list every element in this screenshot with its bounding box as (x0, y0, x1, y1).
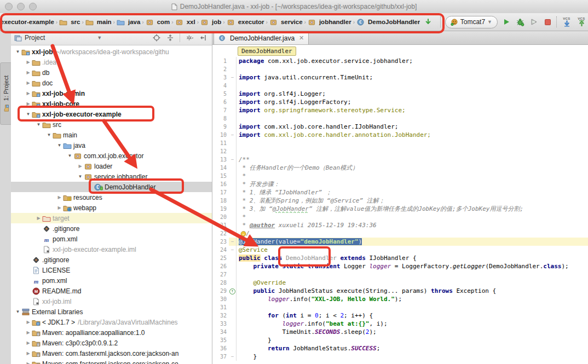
chevron-expanded-icon[interactable]: ▼ (14, 49, 21, 54)
tree-item-xxl-job-iml[interactable]: xxl-job.iml (11, 296, 212, 307)
tree-item-xxl-job-core[interactable]: ▶xxl-job-core (11, 99, 212, 109)
chevron-expanded-icon[interactable]: ▼ (14, 309, 21, 314)
code-line-14[interactable]: 14 * 任务Handler的一个Demo（Bean模式） (212, 164, 588, 172)
run-configuration-select[interactable]: Tomcat7 ▼ (445, 16, 498, 28)
breadcrumb-item-main[interactable]: main (85, 19, 112, 26)
fold-marker-icon[interactable]: − (229, 131, 237, 139)
settings-gear-button[interactable] (184, 32, 195, 43)
tree-item-gitignore[interactable]: .gitignore (11, 255, 212, 265)
chevron-expanded-icon[interactable]: ▼ (25, 112, 32, 117)
fold-marker-icon[interactable]: − (229, 246, 237, 254)
tree-item-pom-xml[interactable]: mpom.xml (11, 234, 212, 244)
code-line-21[interactable]: 21 * @author xuxueli 2015-12-19 19:43:36 (212, 221, 588, 229)
vcs-commit-button[interactable]: VCS (576, 17, 587, 27)
chevron-collapsed-icon[interactable]: ▶ (25, 330, 32, 335)
intention-bulb-icon[interactable] (240, 230, 247, 238)
breadcrumb-item-executor[interactable]: executor (227, 19, 264, 26)
code-line-15[interactable]: 15 * (212, 172, 588, 180)
chevron-collapsed-icon[interactable]: ▶ (25, 60, 32, 65)
stop-button[interactable] (543, 17, 552, 27)
tree-item-service-jobhandler[interactable]: ▼service.jobhandler (11, 171, 212, 182)
code-line-17[interactable]: 17 * 1、继承 “IJobHandler” ； (212, 188, 588, 197)
breadcrumb-item-job[interactable]: job (200, 19, 221, 26)
tree-item-gitignore[interactable]: .gitignore (11, 223, 212, 234)
chevron-down-icon[interactable]: ▼ (97, 35, 102, 41)
run-with-coverage-button[interactable] (529, 17, 539, 27)
run-button[interactable] (501, 17, 511, 27)
code-line-22[interactable]: 22 */ (212, 229, 588, 238)
code-line-16[interactable]: 16 * 开发步骤： (212, 180, 588, 188)
chevron-collapsed-icon[interactable]: ▶ (25, 70, 32, 75)
tree-item-license[interactable]: LICENSE (11, 265, 212, 275)
code-line-29[interactable]: 29↑ public JobHandleStatus execute(Strin… (212, 287, 588, 295)
code-line-34[interactable]: 34 TimeUnit.SECONDS.sleep(2); (212, 328, 588, 336)
locate-file-button[interactable] (151, 32, 162, 43)
tree-item-maven-aopalliance-aopalliance-1-0[interactable]: ▶Maven: aopalliance:aopalliance:1.0 (11, 327, 212, 338)
chevron-expanded-icon[interactable]: ▼ (35, 122, 42, 127)
tree-item-xxl-job[interactable]: ▼xxl-job~/workspaces/idea-git-workspace/… (11, 47, 212, 57)
code-line-3[interactable]: 3−import java.util.concurrent.TimeUnit; (212, 73, 588, 82)
breadcrumb-item-src[interactable]: src (59, 19, 80, 26)
code-line-28[interactable]: 28 @Override (212, 279, 588, 287)
tree-item-maven-com-fasterxml-jackson-core-jackson-co[interactable]: ▶Maven: com.fasterxml.jackson.core:jacks… (11, 359, 212, 364)
chevron-collapsed-icon[interactable]: ▶ (25, 361, 32, 364)
hide-panel-button[interactable] (198, 32, 209, 43)
chevron-expanded-icon[interactable]: ▼ (66, 153, 73, 158)
code-line-31[interactable]: 31 (212, 303, 588, 311)
tree-item-pom-xml[interactable]: mpom.xml (11, 275, 212, 286)
editor-tab-demojobhandler[interactable]: C DemoJobHandler.java ✕ (214, 31, 309, 44)
fold-marker-icon[interactable]: − (229, 353, 237, 361)
breadcrumb-item-demojobhandler[interactable]: CDemoJobHandler (356, 19, 420, 26)
code-line-35[interactable]: 35 } (212, 336, 588, 344)
code-line-6[interactable]: 6import org.slf4j.LoggerFactory; (212, 98, 588, 106)
breadcrumb-item-service[interactable]: service (269, 19, 303, 26)
tree-item-target[interactable]: ▶target (11, 213, 212, 223)
code-line-20[interactable]: 20 * (212, 213, 588, 221)
tree-item-db[interactable]: ▶db (11, 67, 212, 78)
code-line-32[interactable]: 32 for (int i = 0; i < 2; i++) { (212, 311, 588, 320)
code-line-10[interactable]: 10−import com.xxl.job.core.handler.annot… (212, 131, 588, 139)
breadcrumb-item-jobhandler[interactable]: jobhandler (308, 19, 351, 26)
tree-item-maven-com-fasterxml-jackson-core-jackson-an[interactable]: ▶Maven: com.fasterxml.jackson.core:jacks… (11, 348, 212, 359)
tree-item-com-xxl-job-executor[interactable]: ▼com.xxl.job.executor (11, 151, 212, 161)
code-line-27[interactable]: 27 (212, 270, 588, 279)
chevron-collapsed-icon[interactable]: ▶ (25, 80, 32, 85)
override-method-icon[interactable]: ↑ (229, 287, 237, 295)
project-tool-window-tab[interactable]: 1: Project (0, 62, 12, 125)
vcs-update-button[interactable]: VCS (561, 17, 572, 27)
code-line-13[interactable]: 13−/** (212, 155, 588, 164)
code-line-8[interactable]: 8 (212, 114, 588, 123)
chevron-collapsed-icon[interactable]: ▶ (25, 320, 32, 325)
code-line-23[interactable]: 23−@JobHander(value="demoJobHandler") (212, 238, 588, 246)
tree-item-src[interactable]: ▼src (11, 119, 212, 130)
code-line-26[interactable]: 26 private static transient Logger logge… (212, 262, 588, 270)
close-tab-icon[interactable]: ✕ (299, 34, 304, 42)
tree-item-demojobhandler[interactable]: CDemoJobHandler (11, 182, 212, 192)
breadcrumb-item-com[interactable]: com (146, 19, 170, 26)
tree-item-webapp[interactable]: ▶webapp (11, 203, 212, 213)
chevron-collapsed-icon[interactable]: ▶ (25, 351, 32, 356)
code-line-2[interactable]: 2 (212, 65, 588, 73)
code-line-11[interactable]: 11 (212, 139, 588, 147)
tree-item-xxl-job-admin[interactable]: ▶xxl-job-admin (11, 88, 212, 99)
code-line-18[interactable]: 18 * 2、装配到Spring，例如加 “@Service” 注解； (212, 197, 588, 205)
tree-item-xxl-job-executor-example-iml[interactable]: xxl-job-executor-example.iml (11, 244, 212, 255)
tree-item-loader[interactable]: ▶loader (11, 161, 212, 171)
editor-breadcrumb-chip[interactable]: DemoJobHandler (238, 47, 296, 56)
tree-item-java[interactable]: ▼java (11, 140, 212, 151)
chevron-expanded-icon[interactable]: ▼ (77, 174, 84, 179)
chevron-collapsed-icon[interactable]: ▶ (56, 205, 63, 210)
tree-item-external-libraries[interactable]: ▼External Libraries (11, 307, 212, 317)
breadcrumb-item-xxl[interactable]: xxl (175, 19, 195, 26)
fold-marker-icon[interactable]: − (229, 155, 237, 164)
chevron-collapsed-icon[interactable]: ▶ (25, 340, 32, 345)
tree-item-main[interactable]: ▼main (11, 130, 212, 140)
debug-button[interactable] (515, 17, 525, 27)
chevron-collapsed-icon[interactable]: ▶ (77, 164, 84, 169)
code-line-25[interactable]: 25public class DemoJobHandler extends IJ… (212, 254, 588, 262)
code-line-1[interactable]: 1package com.xxl.job.executor.service.jo… (212, 57, 588, 65)
green-down-arrow-icon[interactable] (423, 17, 433, 27)
editor-body[interactable]: DemoJobHandler 1package com.xxl.job.exec… (212, 45, 588, 364)
code-line-37[interactable]: 37− } (212, 353, 588, 361)
breadcrumb-item-java[interactable]: java (117, 19, 140, 26)
